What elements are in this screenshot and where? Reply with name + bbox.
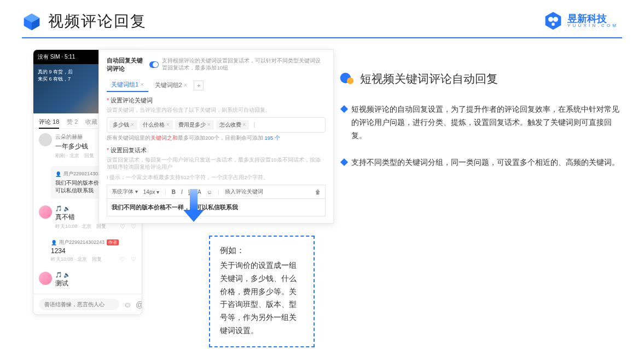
logo-hex-icon — [543, 11, 563, 31]
editor-toolbar: 系统字体 ▾ 14px ▾ | B I U A ☺ | 插入评论关键词 🗑 — [107, 185, 326, 198]
add-tab-button[interactable]: + — [194, 81, 204, 90]
field-label-reply: 设置回复话术 — [107, 146, 326, 155]
left-column: 没有 SIM · 5:11 真的 9 有货，后 来买 6 有钱，7 评论 18 … — [33, 49, 323, 315]
editor-content[interactable]: 我们不同的版本价格不一样，您可以私信联系我 — [107, 198, 326, 216]
heart-icon[interactable]: ♡ — [120, 256, 125, 263]
arrow-head-icon — [183, 210, 204, 222]
avatar — [39, 133, 52, 146]
avatar — [39, 272, 52, 285]
emoji-button[interactable]: ☺ — [207, 189, 212, 195]
logo-text-url: Y U U X I N . C O M — [567, 24, 617, 28]
field-label-keywords: 设置评论关键词 — [107, 96, 326, 105]
svg-point-4 — [548, 17, 553, 22]
example-box: 例如： 关于询价的设置成一组关键词，多少钱、什么价格，费用多少等。关于咨询班型、… — [209, 236, 315, 347]
comment-input-bar: ☺ @ ⊕ — [33, 294, 142, 314]
svg-point-5 — [553, 17, 558, 22]
font-select[interactable]: 系统字体 ▾ — [112, 188, 138, 196]
toggle-switch[interactable] — [149, 61, 159, 68]
logo-text-cn: 昱新科技 — [567, 14, 617, 24]
header: 视频评论回复 昱新科技 Y U U X I N . C O M — [0, 0, 644, 32]
comment-3: 👤 用户2299214302243 作者 1234 昨天10:08 · 北京 回… — [33, 234, 142, 267]
tab-favs[interactable]: 收藏 — [85, 118, 97, 126]
right-column: 短视频关键词评论自动回复 短视频评论的自动回复设置，为了提升作者的评论回复效率，… — [339, 49, 622, 315]
settings-panel: 自动回复关键词评论 支持根据评论的关键词设置回复话术，可以针对不同类型关键词设置… — [98, 49, 334, 224]
page-title: 视频评论回复 — [48, 11, 147, 32]
comment-input[interactable] — [39, 299, 119, 310]
heart-icon[interactable]: ♡ — [120, 223, 125, 230]
insert-keyword-button[interactable]: 插入评论关键词 — [225, 188, 263, 196]
size-select[interactable]: 14px ▾ — [143, 189, 159, 195]
section-title: 短视频关键词评论自动回复 — [360, 71, 498, 87]
avatar — [39, 205, 52, 219]
color-button[interactable]: A — [198, 189, 201, 195]
italic-button[interactable]: I — [181, 189, 183, 195]
tab-likes[interactable]: 赞 2 — [67, 118, 78, 126]
dislike-icon[interactable]: ♡ — [131, 223, 136, 230]
user-icon: 👤 — [51, 240, 57, 245]
diamond-icon — [340, 105, 348, 113]
bold-button[interactable]: B — [172, 189, 176, 195]
logo: 昱新科技 Y U U X I N . C O M — [543, 11, 617, 31]
svg-point-8 — [347, 77, 353, 84]
diamond-icon — [340, 158, 348, 166]
title-wrap: 视频评论回复 — [22, 11, 147, 32]
cube-icon — [22, 12, 42, 31]
at-icon[interactable]: @ — [136, 300, 142, 309]
svg-marker-3 — [546, 12, 561, 30]
svg-rect-6 — [552, 23, 554, 26]
bullet-2: 支持不同类型的关键词分组，同一类问题，可设置多个相近的、高频的关键词。 — [341, 156, 622, 169]
comment-4: 🎵 🔈 测试 — [33, 267, 142, 294]
user-icon: 👤 — [55, 171, 61, 177]
keyword-tab-1[interactable]: 关键词组1× — [107, 78, 148, 92]
tab-comments[interactable]: 评论 18 — [39, 118, 59, 126]
dislike-icon[interactable]: ♡ — [131, 256, 136, 263]
arrow-icon — [190, 189, 198, 211]
chat-bubble-icon — [339, 71, 355, 87]
keyword-tab-2[interactable]: 关键词组2× — [150, 79, 192, 91]
delete-icon[interactable]: 🗑 — [315, 189, 321, 195]
keyword-tags[interactable]: 多少钱× 什么价格× 费用是多少× 怎么收费× | — [107, 117, 326, 133]
emoji-icon[interactable]: ☺ — [124, 300, 131, 309]
bullet-1: 短视频评论的自动回复设置，为了提升作者的评论回复效率，在系统中针对常见的评论用户… — [341, 103, 622, 142]
